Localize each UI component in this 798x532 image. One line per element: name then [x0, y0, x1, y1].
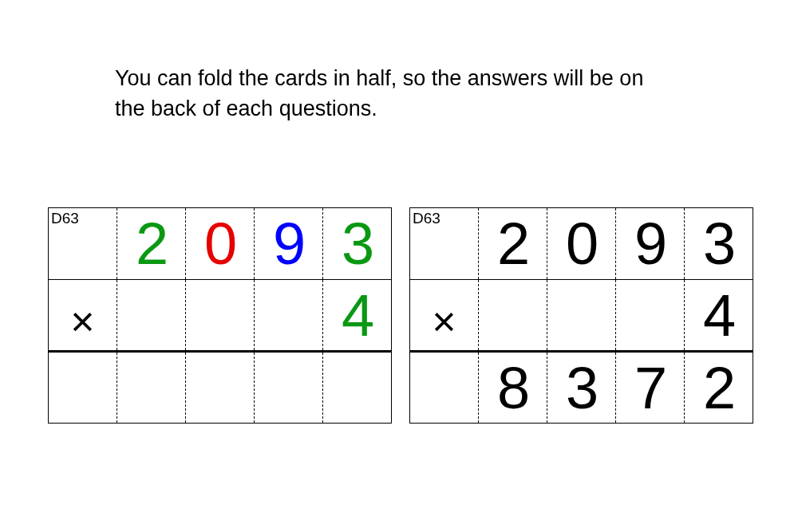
empty-cell	[186, 280, 255, 352]
digit-cell: 3	[323, 208, 392, 280]
digit-cell: 9	[255, 208, 323, 280]
times-cell: ×	[410, 280, 479, 352]
answer-cell	[117, 352, 186, 424]
digit: 2	[703, 355, 734, 421]
digit-cell: 2	[479, 208, 547, 280]
digit: 9	[273, 211, 304, 277]
digit: 3	[342, 211, 373, 277]
answer-cell	[186, 352, 255, 424]
digit: 0	[204, 211, 235, 277]
question-card: D63 2 0 9 3 × 4	[48, 207, 392, 424]
digit-cell: 9	[616, 208, 685, 280]
digit-cell: 4	[685, 280, 753, 352]
digit: 4	[703, 282, 734, 349]
digit: 2	[497, 211, 528, 277]
cell-label: D63	[410, 208, 479, 280]
times-cell: ×	[49, 280, 117, 352]
digit-cell: 3	[685, 208, 753, 280]
empty-cell	[117, 280, 186, 352]
answer-card: D63 2 0 9 3 × 4 8 3 7 2	[409, 207, 753, 424]
cards-container: D63 2 0 9 3 × 4 D63 2 0	[48, 207, 753, 424]
answer-cell	[49, 352, 117, 424]
answer-cell: 3	[547, 352, 616, 424]
instruction-text: You can fold the cards in half, so the a…	[115, 64, 674, 124]
digit-cell: 0	[186, 208, 255, 280]
digit: 9	[634, 211, 666, 277]
digit: 4	[342, 282, 373, 349]
empty-cell	[479, 280, 547, 352]
digit-cell: 0	[547, 208, 616, 280]
empty-cell	[255, 280, 323, 352]
empty-cell	[547, 280, 616, 352]
answer-cell	[255, 352, 323, 424]
digit: 3	[566, 355, 597, 421]
card-label: D63	[413, 210, 440, 227]
answer-cell: 7	[616, 352, 685, 424]
digit: 3	[703, 211, 734, 277]
digit-cell: 2	[117, 208, 186, 280]
digit-cell: 4	[323, 280, 392, 352]
answer-cell	[323, 352, 392, 424]
digit: 0	[566, 211, 597, 277]
digit: 8	[497, 355, 528, 421]
answer-cell	[410, 352, 479, 424]
card-label: D63	[51, 210, 79, 227]
empty-cell	[616, 280, 685, 352]
digit: 2	[136, 211, 167, 277]
cell-label: D63	[49, 208, 117, 280]
digit: 7	[634, 355, 666, 421]
answer-cell: 2	[685, 352, 753, 424]
times-icon: ×	[70, 298, 94, 345]
answer-cell: 8	[479, 352, 547, 424]
times-icon: ×	[432, 298, 456, 345]
